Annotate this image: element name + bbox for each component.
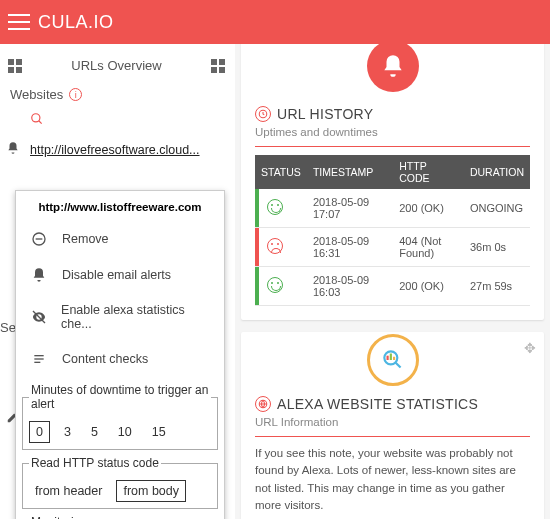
- zones-fieldset: Monitoring zones Ireland North Virginia: [22, 515, 218, 519]
- col-status: STATUS: [255, 155, 307, 189]
- downtime-opt-10[interactable]: 10: [112, 422, 138, 442]
- content-checks-item[interactable]: Content checks: [16, 341, 224, 377]
- svg-rect-6: [389, 354, 391, 361]
- svg-line-4: [395, 362, 400, 367]
- alexa-subtitle: URL Information: [255, 416, 530, 428]
- status-error-icon: [267, 238, 283, 254]
- downtime-opt-5[interactable]: 5: [85, 422, 104, 442]
- content-area: URL HISTORY Uptimes and downtimes STATUS…: [235, 44, 550, 519]
- col-timestamp: TIMESTAMP: [307, 155, 393, 189]
- remove-icon: [28, 231, 50, 247]
- downtime-opt-0[interactable]: 0: [29, 421, 50, 443]
- url-history-card: URL HISTORY Uptimes and downtimes STATUS…: [241, 44, 544, 320]
- grid-icon[interactable]: [8, 59, 22, 73]
- sidebar-url-link[interactable]: http://ilovefreesoftware.cloud...: [30, 143, 225, 157]
- card-title-row: URL HISTORY: [255, 106, 530, 122]
- downtime-legend: Minutes of downtime to trigger an alert: [29, 383, 211, 411]
- downtime-opt-15[interactable]: 15: [146, 422, 172, 442]
- http-fieldset: Read HTTP status code from header from b…: [22, 456, 218, 509]
- downtime-opt-3[interactable]: 3: [58, 422, 77, 442]
- table-row: 2018-05-09 17:07 200 (OK) ONGOING: [255, 189, 530, 228]
- history-table: STATUS TIMESTAMP HTTP CODE DURATION 2018…: [255, 155, 530, 306]
- bell-icon: [6, 141, 20, 158]
- http-header-opt[interactable]: from header: [29, 481, 108, 501]
- downtime-fieldset: Minutes of downtime to trigger an alert …: [22, 383, 218, 450]
- alexa-card: ✥ ALEXA WEBSITE STATISTICS URL Informati…: [241, 332, 544, 519]
- grid-icon[interactable]: [211, 59, 225, 73]
- svg-point-0: [32, 114, 40, 122]
- col-http: HTTP CODE: [393, 155, 464, 189]
- url-history-title: URL HISTORY: [277, 106, 373, 122]
- topbar: CULA.IO: [0, 0, 550, 44]
- http-legend: Read HTTP status code: [29, 456, 161, 470]
- http-body-opt[interactable]: from body: [116, 480, 186, 502]
- bell-icon: [28, 267, 50, 283]
- list-icon: [28, 351, 50, 367]
- url-context-popup: http://www.listoffreeware.com Remove Dis…: [15, 190, 225, 519]
- hamburger-menu-icon[interactable]: [8, 14, 30, 30]
- popup-url-title: http://www.listoffreeware.com: [16, 191, 224, 221]
- svg-line-1: [39, 121, 42, 124]
- table-row: 2018-05-09 16:03 200 (OK) 27m 59s: [255, 267, 530, 306]
- enable-alexa-item[interactable]: Enable alexa statistics che...: [16, 293, 224, 341]
- brand-title: CULA.IO: [38, 12, 114, 33]
- svg-rect-5: [386, 356, 388, 360]
- table-row: 2018-05-09 16:31 404 (Not Found) 36m 0s: [255, 228, 530, 267]
- move-handle-icon[interactable]: ✥: [524, 340, 536, 356]
- alexa-title: ALEXA WEBSITE STATISTICS: [277, 396, 478, 412]
- alexa-body-text: If you see this note, your website was p…: [255, 445, 530, 514]
- urls-overview-label: URLs Overview: [71, 58, 161, 73]
- divider: [255, 436, 530, 437]
- websites-label: Websites: [10, 87, 63, 102]
- zones-legend: Monitoring zones: [29, 515, 124, 519]
- svg-rect-7: [393, 357, 395, 360]
- divider: [255, 146, 530, 147]
- search-icon[interactable]: [0, 106, 235, 133]
- eye-off-icon: [28, 309, 49, 325]
- status-ok-icon: [267, 199, 283, 215]
- card-title-row: ALEXA WEBSITE STATISTICS: [255, 396, 530, 412]
- info-icon[interactable]: i: [69, 88, 82, 101]
- card-hero-icon: [255, 44, 530, 92]
- col-duration: DURATION: [464, 155, 530, 189]
- disable-alerts-item[interactable]: Disable email alerts: [16, 257, 224, 293]
- sidebar-url-item[interactable]: http://ilovefreesoftware.cloud...: [0, 133, 235, 166]
- clock-icon: [255, 106, 271, 122]
- url-history-subtitle: Uptimes and downtimes: [255, 126, 530, 138]
- remove-item[interactable]: Remove: [16, 221, 224, 257]
- status-ok-icon: [267, 277, 283, 293]
- card-hero-icon: [255, 334, 530, 386]
- globe-icon: [255, 396, 271, 412]
